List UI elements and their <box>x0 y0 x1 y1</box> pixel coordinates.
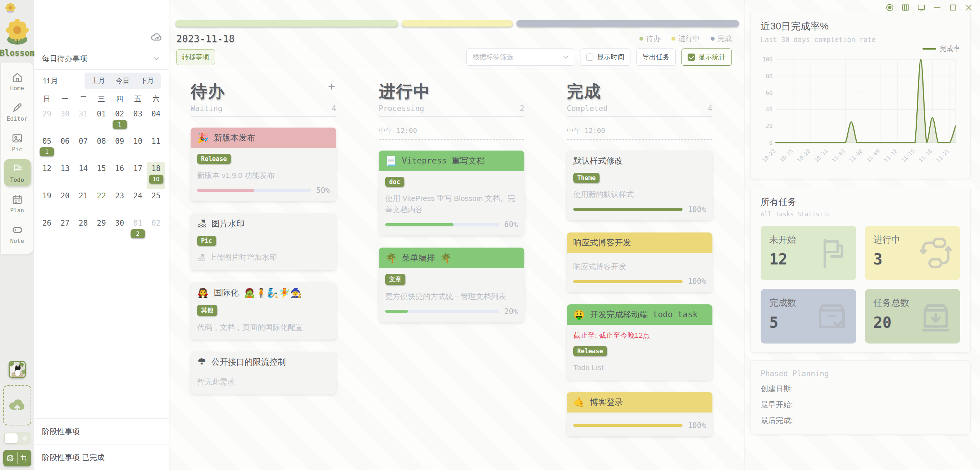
sidebar-item-label: Note <box>10 238 24 245</box>
show-time-checkbox[interactable]: 显示时间 <box>580 49 630 66</box>
calendar-day[interactable]: 051 <box>38 135 56 162</box>
kanban-column-waiting: 待办Waiting4🎉新版本发布Release新版本 v1.9.0 功能发布50… <box>191 81 336 436</box>
maximize-button[interactable] <box>948 3 958 12</box>
calendar-day[interactable]: 26 <box>38 217 56 244</box>
calendar-day[interactable]: 25 <box>147 189 165 217</box>
cloud-sync-icon[interactable] <box>150 31 163 44</box>
task-desc-text: 新版本 v1.9.0 功能发布 <box>197 170 275 181</box>
today-button[interactable]: 今日 <box>111 75 134 87</box>
add-task-button[interactable] <box>327 82 336 91</box>
record-button[interactable] <box>885 3 894 12</box>
calendar-day[interactable]: 28 <box>74 217 92 244</box>
stat-box-box-check[interactable]: 完成数5 <box>760 289 856 343</box>
calendar-day[interactable]: 29 <box>38 108 56 135</box>
progress-fill <box>197 189 254 192</box>
phased-list-row-1[interactable]: 阶段性事项 已完成 <box>34 444 169 470</box>
overview-segment-完成 <box>516 20 739 27</box>
calendar-day[interactable]: 30 <box>56 108 75 135</box>
task-card[interactable]: 📃Vitepress 重写文档doc使用 VitePress 重写 Blosso… <box>379 151 524 235</box>
calendar-day[interactable]: 29 <box>92 217 111 244</box>
stat-box-flag[interactable]: 未开始12 <box>760 225 856 280</box>
calendar-day[interactable]: 20 <box>56 189 75 217</box>
crop-icon[interactable] <box>20 454 29 462</box>
phased-list-row-0[interactable]: 阶段性事项 <box>34 418 169 444</box>
task-card[interactable]: 🏖图片水印Pic🏖上传图片时增加水印 <box>191 213 336 271</box>
calendar-day[interactable]: 22 <box>92 189 111 217</box>
calendar-day[interactable]: 03 <box>129 108 147 135</box>
calendar-day[interactable]: 30 <box>110 217 129 244</box>
column-header: 待办Waiting4 <box>191 81 336 117</box>
sidebar-item-editor[interactable]: Editor <box>4 98 30 125</box>
task-card-body: 其他代码，文档，页面的国际化配置 <box>191 299 336 340</box>
stat-box-box-down[interactable]: 任务总数20 <box>865 289 961 343</box>
task-card[interactable]: 🤙博客登录100% <box>567 392 713 436</box>
show-stats-checkbox[interactable]: 显示统计 <box>681 49 732 66</box>
sidebar-item-pic[interactable]: Pic <box>4 129 30 156</box>
calendar-day[interactable]: 01 <box>92 108 111 135</box>
columns-button[interactable] <box>901 3 910 12</box>
calendar-day[interactable]: 08 <box>92 135 111 162</box>
calendar-day[interactable]: 31 <box>74 108 92 135</box>
transfer-tasks-button[interactable]: 转移事项 <box>176 49 215 65</box>
phased-field-0: 创建日期: <box>760 384 960 394</box>
task-progress: 100% <box>573 277 706 286</box>
task-card[interactable]: 默认样式修改Theme使用新的默认样式100% <box>567 151 713 220</box>
stat-box-workflow[interactable]: 进行中3 <box>865 225 961 280</box>
minimize-button[interactable] <box>932 3 942 12</box>
task-card-header: 🏖图片水印 <box>191 213 336 230</box>
prev-month-button[interactable]: 上月 <box>87 75 110 87</box>
task-card[interactable]: 🎉新版本发布Release新版本 v1.9.0 功能发布50% <box>191 127 336 201</box>
calendar-day[interactable]: 17 <box>129 162 147 189</box>
day-number: 29 <box>97 219 106 227</box>
monitor-button[interactable] <box>917 3 926 12</box>
calendar-day[interactable]: 15 <box>92 162 111 189</box>
task-card-header: 🤙博客登录 <box>567 392 713 413</box>
task-card[interactable]: 🤑开发完成移动端 todo task截止至: 截止至今晚12点ReleaseTo… <box>567 304 713 380</box>
checkbox-icon <box>586 54 593 61</box>
task-card[interactable]: 响应式博客开发响应式博客开发100% <box>567 232 713 292</box>
calendar-day[interactable]: 24 <box>129 189 147 217</box>
calendar-day[interactable]: 19 <box>38 189 56 217</box>
calendar-day[interactable]: 021 <box>110 108 129 135</box>
calendar-day[interactable]: 012 <box>129 217 147 244</box>
calendar-day[interactable]: 06 <box>56 135 75 162</box>
next-month-button[interactable]: 下月 <box>135 75 159 87</box>
calendar-day[interactable]: 14 <box>74 162 92 189</box>
calendar-day[interactable]: 04 <box>147 108 165 135</box>
sidebar-item-todo[interactable]: Todo <box>4 159 30 186</box>
calendar-day[interactable]: 12 <box>38 162 56 189</box>
chart-subtitle: Last 30 days completion rate <box>760 36 960 43</box>
calendar-day[interactable]: 10 <box>129 135 147 162</box>
task-card[interactable]: 🧛国际化🧟🧍🧞🧚🧙其他代码，文档，页面的国际化配置 <box>191 283 336 340</box>
task-tag: 其他 <box>197 305 217 316</box>
sidebar-item-note[interactable]: Note <box>4 220 30 247</box>
theme-toggle[interactable] <box>3 432 31 445</box>
calendar-grid: 2930310102103040510607080910111213141516… <box>34 108 169 244</box>
task-card[interactable]: 🌩公开接口的限流控制暂无此需求 <box>191 352 336 394</box>
tag-filter-select[interactable]: 根据标签筛选 <box>466 49 574 66</box>
calendar-day[interactable]: 09 <box>110 135 129 162</box>
close-button[interactable] <box>964 3 974 12</box>
legend-label: 待办 <box>646 34 661 43</box>
calendar-day[interactable]: 27 <box>56 217 75 244</box>
user-avatar[interactable] <box>9 361 26 378</box>
gear-icon[interactable] <box>6 454 14 462</box>
task-card[interactable]: 🌴菜单编排🌴文章更方便快捷的方式统一管理文档列表20% <box>379 248 524 322</box>
task-card-body: doc使用 VitePress 重写 Blossom 文档。完善文档内容。60% <box>379 171 524 235</box>
cloud-upload-button[interactable] <box>3 385 31 426</box>
calendar-day[interactable]: 07 <box>74 135 92 162</box>
blossom-logo-icon <box>3 19 31 46</box>
sidebar-item-plan[interactable]: Plan <box>4 190 30 217</box>
sidebar-item-home[interactable]: Home <box>4 68 30 95</box>
column-subtitle: Processing <box>379 104 424 113</box>
calendar-day[interactable]: 11 <box>147 135 165 162</box>
calendar-day[interactable]: 23 <box>110 189 129 217</box>
calendar-day[interactable]: 21 <box>74 189 92 217</box>
calendar-day[interactable]: 13 <box>56 162 75 189</box>
calendar-day[interactable]: 16 <box>110 162 129 189</box>
calendar-day[interactable]: 1810 <box>147 162 165 189</box>
calendar-group-select[interactable]: 每日待办事项 <box>34 48 169 70</box>
calendar-day[interactable]: 02 <box>147 217 165 244</box>
chart-legend: 完成率 <box>760 44 960 54</box>
export-tasks-button[interactable]: 导出任务 <box>636 49 676 66</box>
